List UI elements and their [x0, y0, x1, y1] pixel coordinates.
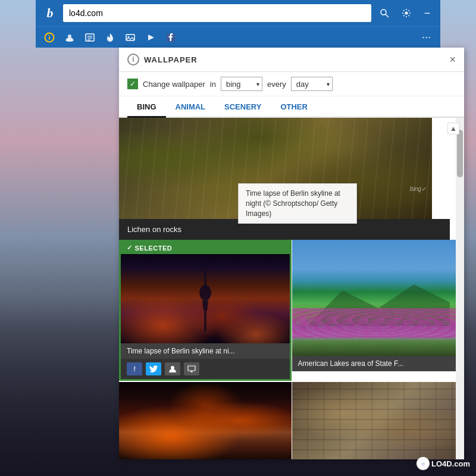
- svg-marker-23: [202, 300, 208, 311]
- meadow-image[interactable]: [292, 240, 465, 356]
- fire-image[interactable]: [119, 382, 292, 459]
- panel-title-row: i WALLPAPER: [127, 54, 198, 65]
- svg-rect-26: [188, 366, 195, 371]
- panel-close-button[interactable]: ×: [449, 54, 456, 65]
- tab-other[interactable]: OTHER: [271, 96, 317, 118]
- panel-header: i WALLPAPER ×: [119, 48, 464, 72]
- selected-image-wrapper: ✓ SELECTED: [119, 240, 292, 381]
- scroll-up-button[interactable]: ▲: [447, 123, 459, 134]
- every-label: every: [267, 80, 286, 89]
- lo4d-watermark: ○ LO4D.com: [416, 457, 470, 470]
- toolbar-info-icon[interactable]: [40, 29, 58, 46]
- wallpaper-controls: ✓ Change wallpaper in bing every day: [119, 72, 464, 96]
- flowers-overlay: [292, 308, 465, 338]
- svg-point-8: [405, 12, 408, 15]
- share-twitter-icon[interactable]: [146, 362, 161, 375]
- interval-dropdown[interactable]: day: [291, 77, 333, 91]
- svg-line-7: [386, 14, 389, 17]
- panel-info-icon: i: [127, 54, 139, 65]
- bing-watermark: bing✓: [410, 186, 426, 192]
- toolbar: ···: [36, 26, 440, 48]
- tab-bing[interactable]: BING: [127, 96, 166, 118]
- lo4d-circle-icon: ○: [416, 457, 430, 470]
- meadow-caption: American Lakes area of State F...: [292, 356, 465, 371]
- wallpaper-checkbox[interactable]: ✓: [127, 79, 138, 89]
- share-bar: f: [121, 359, 290, 379]
- berlin-image[interactable]: [121, 254, 290, 343]
- svg-point-10: [49, 35, 50, 36]
- scrollbar-thumb[interactable]: [457, 130, 463, 177]
- wallpaper-content: ▲ bing✓ Lichen on rocks: [119, 118, 464, 459]
- title-bar: b −: [36, 0, 440, 26]
- svg-point-22: [199, 285, 211, 300]
- toolbar-video-icon[interactable]: [142, 29, 159, 46]
- settings-button[interactable]: [397, 4, 415, 22]
- minimize-button[interactable]: −: [419, 5, 436, 21]
- share-facebook-icon[interactable]: f: [127, 362, 142, 375]
- wallpaper-panel: i WALLPAPER × ✓ Change wallpaper in bing…: [119, 48, 464, 459]
- toolbar-images-icon[interactable]: [121, 29, 139, 46]
- image-grid-row2: [119, 382, 464, 459]
- tab-animal[interactable]: ANIMAL: [166, 96, 215, 118]
- svg-marker-19: [148, 35, 154, 40]
- berlin-tower-icon: [196, 260, 214, 331]
- stone-texture: [292, 382, 465, 459]
- tooltip: Time lapse of Berlin skyline at night (©…: [238, 183, 357, 224]
- address-bar[interactable]: [63, 4, 371, 22]
- toolbar-news-icon[interactable]: [81, 29, 99, 46]
- share-monitor-icon[interactable]: [184, 362, 199, 375]
- bing-logo: b: [40, 4, 60, 23]
- search-button[interactable]: [375, 4, 394, 22]
- bing-logo-text: b: [47, 5, 54, 21]
- svg-point-6: [381, 10, 386, 15]
- tab-scenery[interactable]: SCENERY: [215, 96, 271, 118]
- panel-title: WALLPAPER: [144, 55, 198, 64]
- in-label: in: [210, 80, 216, 89]
- toolbar-facebook-icon[interactable]: [162, 29, 180, 46]
- change-wallpaper-label: Change wallpaper: [143, 80, 205, 89]
- svg-rect-24: [204, 311, 206, 331]
- selected-badge: ✓ SELECTED: [121, 242, 290, 254]
- berlin-caption: Time lapse of Berlin skyline at ni...: [121, 343, 290, 359]
- category-tabs: BING ANIMAL SCENERY OTHER: [119, 96, 464, 118]
- share-user-icon[interactable]: [165, 362, 180, 375]
- toolbar-more-button[interactable]: ···: [417, 29, 436, 46]
- toolbar-weather-icon[interactable]: [61, 29, 79, 46]
- stone-image[interactable]: [292, 382, 465, 459]
- image-grid: ✓ SELECTED: [119, 240, 464, 381]
- toolbar-fire-icon[interactable]: [101, 29, 119, 46]
- source-dropdown[interactable]: bing: [221, 77, 262, 91]
- svg-rect-11: [49, 36, 50, 39]
- scrollbar[interactable]: [456, 118, 464, 459]
